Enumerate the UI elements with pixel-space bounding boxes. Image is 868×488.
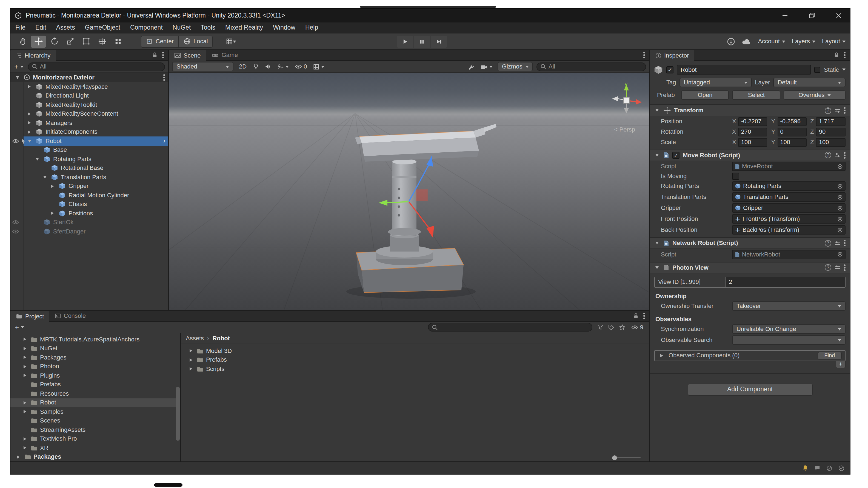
help-icon[interactable]: ? [825, 152, 831, 158]
foldout-arrow[interactable] [41, 166, 48, 170]
component-menu-icon[interactable] [844, 110, 845, 111]
panel-menu-icon[interactable] [844, 54, 845, 56]
lock-icon[interactable] [834, 52, 839, 58]
slider-knob[interactable] [612, 455, 617, 460]
minimize-button[interactable] [773, 9, 796, 23]
cloud-icon[interactable] [742, 38, 751, 45]
hierarchy-item[interactable]: Robot › [10, 136, 168, 146]
folder-tree-item[interactable]: Plugins [10, 371, 180, 380]
tab-console[interactable]: Console [50, 311, 92, 321]
menu-item[interactable]: Mixed Reality [220, 23, 268, 33]
foldout-arrow[interactable] [49, 185, 56, 188]
visibility-eye-icon[interactable] [12, 139, 19, 144]
scene-header-row[interactable]: Monitorizarea Datelor [10, 73, 168, 82]
rotation-x-field[interactable]: 270 [738, 127, 768, 136]
gameobject-name-field[interactable]: Robot [677, 65, 811, 74]
move-robot-header[interactable]: Move Robot (Script) ? [650, 149, 850, 161]
menu-item[interactable]: Edit [30, 23, 51, 33]
foldout-arrow[interactable] [41, 176, 48, 179]
foldout-arrow[interactable] [26, 94, 33, 97]
static-checkbox[interactable] [814, 67, 820, 72]
rotating-parts-object-field[interactable]: Rotating Parts [732, 181, 845, 191]
search-by-label-button[interactable] [608, 324, 614, 330]
lock-icon[interactable] [633, 313, 639, 319]
custom-tool-button[interactable] [110, 35, 125, 48]
rotation-z-field[interactable]: 90 [816, 127, 845, 136]
asset-zoom-slider[interactable] [612, 457, 641, 458]
object-picker-icon[interactable] [837, 183, 843, 189]
help-icon[interactable]: ? [825, 264, 831, 271]
menu-item[interactable]: Assets [51, 23, 80, 33]
static-dropdown-caret-icon[interactable] [842, 68, 845, 71]
rect-tool-button[interactable] [79, 35, 94, 48]
presets-icon[interactable] [835, 240, 841, 246]
folder-tree-item[interactable]: NuGet [10, 344, 180, 353]
foldout-arrow[interactable] [49, 212, 56, 215]
folder-tree-item[interactable]: Resources [10, 389, 180, 398]
hierarchy-item[interactable]: Chasis › [10, 200, 168, 209]
menu-item[interactable]: Window [268, 23, 300, 33]
pause-button[interactable] [413, 35, 430, 48]
prefab-overrides-button[interactable]: Overrides [784, 90, 845, 100]
hierarchy-item[interactable]: MixedRealitySceneContent › [10, 109, 168, 118]
tag-dropdown[interactable]: Untagged [680, 78, 752, 87]
projection-mode-label[interactable]: < Persp [614, 127, 635, 133]
menu-item[interactable]: Component [125, 23, 168, 33]
asset-item[interactable]: Scripts [181, 364, 649, 373]
translation-parts-object-field[interactable]: Translation Parts [732, 192, 845, 202]
scene-search-input[interactable]: All [536, 62, 646, 71]
layer-dropdown[interactable]: Default [773, 78, 845, 87]
hierarchy-item[interactable]: SfertDanger › [10, 227, 168, 236]
hierarchy-item[interactable]: Managers › [10, 118, 168, 127]
tab-hierarchy[interactable]: Hierarchy [10, 50, 56, 61]
foldout-arrow[interactable] [14, 76, 21, 79]
scene-grid-dropdown[interactable] [312, 63, 326, 70]
position-z-field[interactable]: 1.717 [816, 117, 845, 126]
foldout-arrow[interactable] [653, 109, 660, 112]
foldout-arrow[interactable] [21, 374, 29, 377]
scene-lighting-toggle[interactable] [252, 63, 260, 70]
foldout-arrow[interactable] [21, 446, 29, 450]
message-icon[interactable] [814, 465, 820, 471]
rotation-label[interactable]: Rotation [661, 129, 732, 135]
tab-game[interactable]: Game [206, 50, 243, 60]
add-component-button[interactable]: Add Component [687, 383, 812, 395]
breadcrumb-current[interactable]: Robot [212, 335, 230, 341]
menu-item[interactable]: NuGet [168, 23, 196, 33]
draw-mode-dropdown[interactable]: Shaded [172, 62, 234, 71]
notification-icon[interactable] [802, 465, 808, 471]
visibility-eye-icon[interactable] [12, 229, 19, 234]
foldout-arrow[interactable] [33, 230, 40, 233]
scene-audio-toggle[interactable] [264, 64, 272, 70]
foldout-arrow[interactable] [49, 203, 56, 206]
help-icon[interactable]: ? [825, 240, 831, 246]
script-object-field[interactable]: MoveRobot [732, 162, 845, 171]
add-observable-button[interactable]: + [836, 361, 845, 368]
view-id-field[interactable]: 2 [725, 277, 845, 287]
foldout-arrow[interactable] [26, 130, 33, 134]
move-tool-button[interactable] [31, 35, 46, 48]
lock-icon[interactable] [152, 52, 157, 58]
rotation-y-field[interactable]: 0 [777, 127, 806, 136]
rotation-mode-button[interactable]: Local [179, 35, 213, 48]
is-moving-checkbox[interactable] [732, 173, 739, 180]
transform-tool-button[interactable] [94, 35, 110, 48]
prefab-select-button[interactable]: Select [733, 90, 780, 100]
foldout-arrow[interactable] [49, 194, 56, 197]
back-position-object-field[interactable]: BackPos (Transform) [732, 225, 845, 235]
presets-icon[interactable] [835, 265, 841, 270]
static-label[interactable]: Static [824, 67, 839, 72]
scene-viewport[interactable]: y < Persp [169, 73, 649, 310]
panel-menu-icon[interactable] [162, 54, 164, 56]
folder-tree-item[interactable]: MRTK.Tutorials.AzureSpatialAnchors [10, 335, 180, 344]
hierarchy-item[interactable]: InitiateComponents › [10, 127, 168, 136]
hierarchy-item[interactable]: MixedRealityPlayspace › [10, 82, 168, 91]
mute-icon[interactable] [826, 465, 832, 471]
folder-tree-item[interactable]: TextMesh Pro [10, 434, 180, 443]
menu-item[interactable]: Tools [196, 23, 220, 33]
component-menu-icon[interactable] [844, 242, 845, 244]
scrollbar-thumb[interactable] [176, 387, 180, 440]
observable-search-dropdown[interactable] [732, 335, 845, 345]
gizmos-dropdown[interactable]: Gizmos [498, 62, 533, 71]
panel-menu-icon[interactable] [643, 315, 645, 317]
